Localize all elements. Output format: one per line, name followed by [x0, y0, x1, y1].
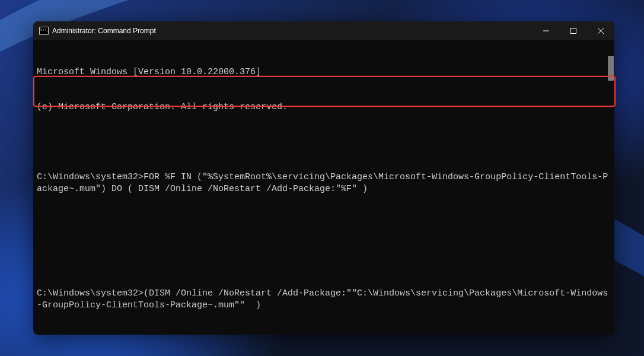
- scrollbar[interactable]: [606, 40, 614, 335]
- command-line: C:\Windows\system32>FOR %F IN ("%SystemR…: [36, 171, 612, 195]
- terminal-output[interactable]: Microsoft Windows [Version 10.0.22000.37…: [33, 40, 614, 335]
- minimize-icon: [543, 28, 549, 34]
- output-line: Microsoft Windows [Version 10.0.22000.37…: [36, 66, 612, 78]
- close-icon: [598, 28, 604, 34]
- blank-line: [36, 136, 612, 148]
- window-title: Administrator: Command Prompt: [52, 27, 156, 35]
- scrollbar-thumb[interactable]: [608, 56, 614, 81]
- maximize-icon: [570, 28, 576, 34]
- command-line: C:\Windows\system32>(DISM /Online /NoRes…: [36, 288, 612, 312]
- svg-rect-0: [571, 28, 576, 34]
- close-button[interactable]: [587, 21, 614, 40]
- command-prompt-window: Administrator: Command Prompt Microsoft …: [33, 21, 614, 335]
- maximize-button[interactable]: [560, 21, 587, 40]
- minimize-button[interactable]: [533, 21, 560, 40]
- window-controls: [533, 21, 614, 40]
- blank-line: [36, 253, 612, 265]
- cmd-icon: [39, 27, 49, 35]
- output-line: (c) Microsoft Corporation. All rights re…: [36, 101, 612, 113]
- blank-line: [36, 218, 612, 230]
- titlebar[interactable]: Administrator: Command Prompt: [33, 21, 614, 40]
